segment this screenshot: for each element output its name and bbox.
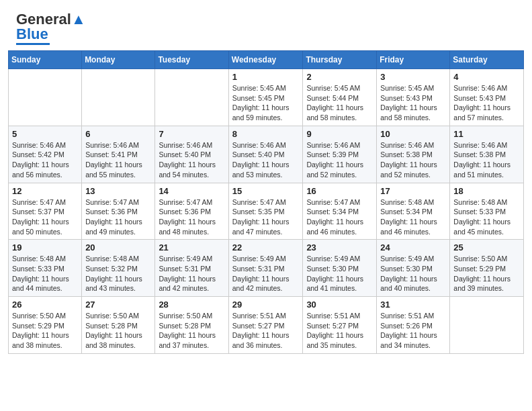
day-info: Sunrise: 5:46 AM Sunset: 5:40 PM Dayligh… [232, 140, 300, 180]
calendar-cell: 3Sunrise: 5:45 AM Sunset: 5:43 PM Daylig… [377, 69, 450, 126]
day-number: 30 [306, 300, 373, 310]
calendar-cell: 17Sunrise: 5:48 AM Sunset: 5:34 PM Dayli… [377, 183, 450, 240]
day-info: Sunrise: 5:47 AM Sunset: 5:37 PM Dayligh… [12, 197, 78, 237]
day-number: 29 [232, 300, 300, 310]
calendar-cell: 18Sunrise: 5:48 AM Sunset: 5:33 PM Dayli… [450, 183, 524, 240]
day-number: 12 [12, 186, 78, 196]
calendar-cell: 20Sunrise: 5:48 AM Sunset: 5:32 PM Dayli… [82, 240, 155, 297]
weekday-header: Tuesday [155, 51, 228, 69]
calendar-cell: 22Sunrise: 5:49 AM Sunset: 5:31 PM Dayli… [228, 240, 303, 297]
calendar-cell: 15Sunrise: 5:47 AM Sunset: 5:35 PM Dayli… [228, 183, 303, 240]
day-info: Sunrise: 5:46 AM Sunset: 5:41 PM Dayligh… [85, 140, 151, 180]
day-number: 9 [306, 129, 373, 139]
day-info: Sunrise: 5:45 AM Sunset: 5:45 PM Dayligh… [232, 83, 300, 123]
day-info: Sunrise: 5:46 AM Sunset: 5:39 PM Dayligh… [306, 140, 373, 180]
day-number: 11 [453, 129, 520, 139]
day-number: 16 [306, 186, 373, 196]
calendar-cell: 25Sunrise: 5:50 AM Sunset: 5:29 PM Dayli… [450, 240, 524, 297]
day-info: Sunrise: 5:45 AM Sunset: 5:43 PM Dayligh… [380, 83, 446, 123]
day-number: 28 [159, 300, 224, 310]
day-number: 5 [12, 129, 78, 139]
calendar-cell: 26Sunrise: 5:50 AM Sunset: 5:29 PM Dayli… [9, 297, 82, 354]
calendar-cell: 11Sunrise: 5:46 AM Sunset: 5:38 PM Dayli… [450, 126, 524, 183]
day-info: Sunrise: 5:49 AM Sunset: 5:31 PM Dayligh… [159, 254, 224, 293]
day-info: Sunrise: 5:46 AM Sunset: 5:42 PM Dayligh… [12, 140, 78, 180]
day-number: 3 [380, 72, 446, 82]
calendar-cell: 24Sunrise: 5:49 AM Sunset: 5:30 PM Dayli… [377, 240, 450, 297]
day-info: Sunrise: 5:49 AM Sunset: 5:30 PM Dayligh… [306, 254, 373, 293]
calendar-cell: 19Sunrise: 5:48 AM Sunset: 5:33 PM Dayli… [9, 240, 82, 297]
day-info: Sunrise: 5:50 AM Sunset: 5:29 PM Dayligh… [453, 254, 520, 293]
day-number: 18 [453, 186, 520, 196]
day-info: Sunrise: 5:48 AM Sunset: 5:32 PM Dayligh… [85, 254, 151, 293]
calendar-cell: 16Sunrise: 5:47 AM Sunset: 5:34 PM Dayli… [303, 183, 377, 240]
day-info: Sunrise: 5:50 AM Sunset: 5:29 PM Dayligh… [12, 311, 78, 351]
calendar-cell [450, 297, 524, 354]
calendar-cell: 10Sunrise: 5:46 AM Sunset: 5:38 PM Dayli… [377, 126, 450, 183]
weekday-header: Wednesday [228, 51, 303, 69]
day-info: Sunrise: 5:48 AM Sunset: 5:34 PM Dayligh… [380, 197, 446, 237]
logo-text: General▲ Blue [16, 12, 86, 42]
day-info: Sunrise: 5:47 AM Sunset: 5:36 PM Dayligh… [85, 197, 151, 237]
calendar-cell: 29Sunrise: 5:51 AM Sunset: 5:27 PM Dayli… [228, 297, 303, 354]
day-info: Sunrise: 5:46 AM Sunset: 5:40 PM Dayligh… [159, 140, 224, 180]
day-number: 4 [453, 72, 520, 82]
day-number: 13 [85, 186, 151, 196]
day-number: 23 [306, 242, 373, 253]
day-number: 17 [380, 186, 446, 196]
day-number: 1 [232, 72, 300, 82]
day-info: Sunrise: 5:51 AM Sunset: 5:27 PM Dayligh… [306, 311, 373, 351]
day-info: Sunrise: 5:46 AM Sunset: 5:38 PM Dayligh… [380, 140, 446, 180]
weekday-header: Sunday [9, 51, 82, 69]
calendar-cell: 7Sunrise: 5:46 AM Sunset: 5:40 PM Daylig… [155, 126, 228, 183]
day-number: 15 [232, 186, 300, 196]
calendar-cell: 30Sunrise: 5:51 AM Sunset: 5:27 PM Dayli… [303, 297, 377, 354]
calendar-cell: 5Sunrise: 5:46 AM Sunset: 5:42 PM Daylig… [9, 126, 82, 183]
day-info: Sunrise: 5:49 AM Sunset: 5:30 PM Dayligh… [380, 254, 446, 293]
calendar-cell [155, 69, 228, 126]
day-number: 7 [159, 129, 224, 139]
day-number: 10 [380, 129, 446, 139]
day-info: Sunrise: 5:47 AM Sunset: 5:34 PM Dayligh… [306, 197, 373, 237]
calendar-cell: 23Sunrise: 5:49 AM Sunset: 5:30 PM Dayli… [303, 240, 377, 297]
weekday-header: Thursday [303, 51, 377, 69]
calendar-cell: 13Sunrise: 5:47 AM Sunset: 5:36 PM Dayli… [82, 183, 155, 240]
calendar-cell: 31Sunrise: 5:51 AM Sunset: 5:26 PM Dayli… [377, 297, 450, 354]
day-info: Sunrise: 5:51 AM Sunset: 5:26 PM Dayligh… [380, 311, 446, 351]
day-number: 22 [232, 242, 300, 253]
day-info: Sunrise: 5:50 AM Sunset: 5:28 PM Dayligh… [159, 311, 224, 351]
logo: General▲ Blue [16, 12, 86, 45]
calendar-cell [9, 69, 82, 126]
day-number: 19 [12, 242, 78, 253]
day-info: Sunrise: 5:50 AM Sunset: 5:28 PM Dayligh… [85, 311, 151, 351]
day-number: 6 [85, 129, 151, 139]
weekday-header: Friday [377, 51, 450, 69]
day-number: 20 [85, 242, 151, 253]
day-info: Sunrise: 5:46 AM Sunset: 5:38 PM Dayligh… [453, 140, 520, 180]
day-number: 24 [380, 242, 446, 253]
day-info: Sunrise: 5:46 AM Sunset: 5:43 PM Dayligh… [453, 83, 520, 123]
day-info: Sunrise: 5:47 AM Sunset: 5:35 PM Dayligh… [232, 197, 300, 237]
calendar-table: SundayMondayTuesdayWednesdayThursdayFrid… [8, 50, 524, 354]
calendar-cell: 1Sunrise: 5:45 AM Sunset: 5:45 PM Daylig… [228, 69, 303, 126]
day-info: Sunrise: 5:51 AM Sunset: 5:27 PM Dayligh… [232, 311, 300, 351]
day-info: Sunrise: 5:48 AM Sunset: 5:33 PM Dayligh… [12, 254, 78, 293]
day-number: 25 [453, 242, 520, 253]
calendar-cell: 12Sunrise: 5:47 AM Sunset: 5:37 PM Dayli… [9, 183, 82, 240]
calendar-cell: 28Sunrise: 5:50 AM Sunset: 5:28 PM Dayli… [155, 297, 228, 354]
calendar-cell: 2Sunrise: 5:45 AM Sunset: 5:44 PM Daylig… [303, 69, 377, 126]
calendar: SundayMondayTuesdayWednesdayThursdayFrid… [0, 50, 532, 362]
day-number: 26 [12, 300, 78, 310]
weekday-header: Monday [82, 51, 155, 69]
day-number: 14 [159, 186, 224, 196]
day-info: Sunrise: 5:45 AM Sunset: 5:44 PM Dayligh… [306, 83, 373, 123]
weekday-header: Saturday [450, 51, 524, 69]
calendar-cell: 6Sunrise: 5:46 AM Sunset: 5:41 PM Daylig… [82, 126, 155, 183]
page-header: General▲ Blue [0, 0, 532, 50]
calendar-cell: 9Sunrise: 5:46 AM Sunset: 5:39 PM Daylig… [303, 126, 377, 183]
day-number: 21 [159, 242, 224, 253]
day-number: 2 [306, 72, 373, 82]
day-number: 31 [380, 300, 446, 310]
calendar-cell: 27Sunrise: 5:50 AM Sunset: 5:28 PM Dayli… [82, 297, 155, 354]
day-info: Sunrise: 5:48 AM Sunset: 5:33 PM Dayligh… [453, 197, 520, 237]
